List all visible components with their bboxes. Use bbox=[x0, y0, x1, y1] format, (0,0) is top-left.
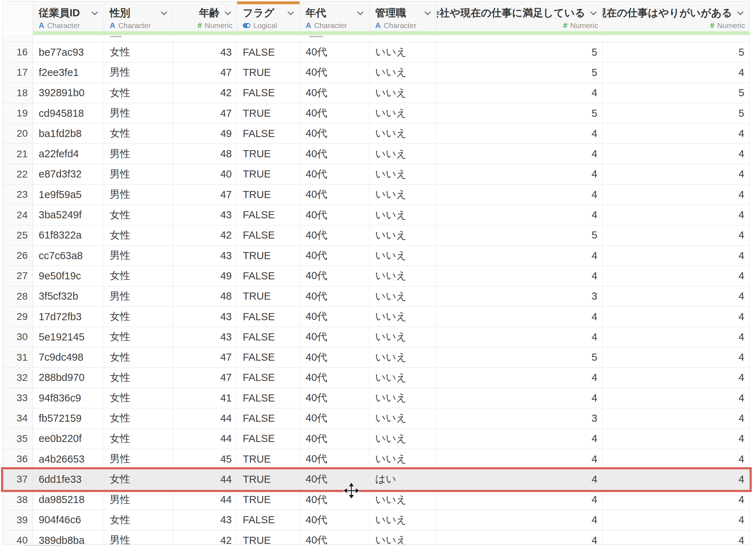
chevron-down-icon[interactable] bbox=[356, 10, 365, 16]
cell-rewarding[interactable]: 4 bbox=[603, 246, 750, 266]
cell-era[interactable]: 40代 bbox=[300, 62, 369, 82]
cell-manager[interactable]: いいえ bbox=[369, 185, 437, 204]
cell-flag[interactable]: FALSE bbox=[237, 83, 300, 103]
cell-era[interactable]: 40代 bbox=[300, 205, 369, 225]
cell-era[interactable]: 40代 bbox=[300, 347, 369, 367]
column-header-era[interactable]: 年代 A Character bbox=[300, 1, 369, 31]
cell-satisfaction[interactable]: 4 bbox=[437, 368, 603, 388]
table-row[interactable]: 38 da985218 男性 44 TRUE 40代 いいえ 4 4 bbox=[3, 490, 750, 510]
cell-era[interactable]: 40代 bbox=[300, 388, 369, 408]
cell-satisfaction[interactable]: 5 bbox=[437, 225, 603, 245]
cell-flag[interactable]: FALSE bbox=[237, 266, 300, 286]
column-header-gender[interactable]: 性別 A Character bbox=[104, 1, 173, 31]
cell-gender[interactable]: 男性 bbox=[104, 144, 173, 164]
cell-manager[interactable]: いいえ bbox=[369, 205, 437, 225]
cell-rewarding[interactable]: 4 bbox=[603, 124, 750, 143]
cell-satisfaction[interactable]: 4 bbox=[437, 266, 603, 286]
column-header-rewarding[interactable]: 現在の仕事はやりがいがある # Numeric bbox=[603, 1, 750, 31]
cell-satisfaction[interactable]: 4 bbox=[437, 164, 603, 184]
cell-era[interactable]: 40代 bbox=[300, 368, 369, 388]
cell-age[interactable]: 42 bbox=[173, 530, 237, 546]
cell-satisfaction[interactable]: 4 bbox=[437, 388, 603, 408]
cell-rewarding[interactable]: 4 bbox=[603, 225, 750, 245]
cell-age[interactable]: 43 bbox=[173, 327, 237, 347]
cell-manager[interactable]: いいえ bbox=[369, 327, 437, 347]
cell-rewarding[interactable]: 4 bbox=[603, 388, 750, 408]
table-row[interactable]: 17 f2ee3fe1 男性 47 TRUE 40代 いいえ 5 4 bbox=[3, 62, 750, 83]
cell-manager[interactable]: いいえ bbox=[369, 42, 437, 62]
cell-age[interactable]: 47 bbox=[173, 62, 237, 82]
cell-flag[interactable]: FALSE bbox=[237, 368, 300, 388]
cell-era[interactable]: 40代 bbox=[300, 103, 369, 123]
cell-flag[interactable]: FALSE bbox=[237, 124, 300, 143]
cell-employee-id[interactable]: f2ee3fe1 bbox=[33, 62, 104, 82]
cell-gender[interactable]: 女性 bbox=[104, 266, 173, 286]
horizontal-scrollbar[interactable] bbox=[3, 544, 750, 546]
cell-employee-id[interactable]: 9e50f19c bbox=[33, 266, 104, 286]
cell-employee-id[interactable]: da985218 bbox=[33, 490, 104, 510]
column-header-employee-id[interactable]: 従業員ID A Character bbox=[33, 1, 104, 31]
cell-satisfaction[interactable]: 4 bbox=[437, 510, 603, 530]
cell-rewarding[interactable]: 4 bbox=[603, 205, 750, 225]
cell-flag[interactable]: FALSE bbox=[237, 205, 300, 225]
cell-age[interactable]: 40 bbox=[173, 164, 237, 184]
cell-era[interactable]: 40代 bbox=[300, 530, 369, 546]
cell-manager[interactable]: いいえ bbox=[369, 225, 437, 245]
cell-flag[interactable]: TRUE bbox=[237, 449, 300, 469]
cell-rewarding[interactable]: 4 bbox=[603, 510, 750, 530]
cell-gender[interactable]: 女性 bbox=[104, 205, 173, 225]
cell-rewarding[interactable]: 4 bbox=[603, 286, 750, 306]
table-row[interactable]: 26 cc7c63a8 男性 43 TRUE 40代 いいえ 4 4 bbox=[3, 246, 750, 266]
cell-age[interactable]: 43 bbox=[173, 307, 237, 327]
cell-era[interactable]: 40代 bbox=[300, 83, 369, 103]
cell-satisfaction[interactable]: 4 bbox=[437, 124, 603, 143]
cell-gender[interactable]: 男性 bbox=[104, 62, 173, 82]
cell-manager[interactable]: いいえ bbox=[369, 347, 437, 367]
table-row[interactable]: 24 3ba5249f 女性 43 FALSE 40代 いいえ 4 4 bbox=[3, 205, 750, 225]
cell-age[interactable]: 42 bbox=[173, 225, 237, 245]
cell-era[interactable]: 40代 bbox=[300, 307, 369, 327]
table-row[interactable]: 22 e87d3f32 男性 40 TRUE 40代 いいえ 4 4 bbox=[3, 164, 750, 185]
cell-manager[interactable]: いいえ bbox=[369, 164, 437, 184]
cell-flag[interactable]: FALSE bbox=[237, 327, 300, 347]
cell-satisfaction[interactable]: 3 bbox=[437, 408, 603, 428]
cell-rewarding[interactable]: 4 bbox=[603, 469, 750, 489]
cell-age[interactable]: 43 bbox=[173, 246, 237, 266]
table-row[interactable]: 37 6dd1fe33 女性 44 TRUE 40代 はい 4 4 bbox=[3, 469, 750, 490]
cell-flag[interactable]: FALSE bbox=[237, 225, 300, 245]
cell-employee-id[interactable]: 389db8ba bbox=[33, 530, 104, 546]
cell-employee-id[interactable]: cc7c63a8 bbox=[33, 246, 104, 266]
cell-satisfaction[interactable]: 4 bbox=[437, 205, 603, 225]
cell-age[interactable]: 44 bbox=[173, 429, 237, 449]
cell-era[interactable]: 40代 bbox=[300, 185, 369, 204]
cell-manager[interactable]: いいえ bbox=[369, 266, 437, 286]
cell-gender[interactable]: 男性 bbox=[104, 185, 173, 204]
cell-flag[interactable]: TRUE bbox=[237, 286, 300, 306]
cell-employee-id[interactable]: 7c9dc498 bbox=[33, 347, 104, 367]
cell-era[interactable]: 40代 bbox=[300, 429, 369, 449]
table-row[interactable]: 33 94f836c9 女性 41 FALSE 40代 いいえ 4 4 bbox=[3, 388, 750, 408]
cell-satisfaction[interactable]: 4 bbox=[437, 469, 603, 489]
cell-employee-id[interactable]: be77ac93 bbox=[33, 42, 104, 62]
cell-age[interactable]: 47 bbox=[173, 103, 237, 123]
cell-era[interactable]: 40代 bbox=[300, 510, 369, 530]
cell-gender[interactable]: 女性 bbox=[104, 347, 173, 367]
cell-employee-id[interactable]: ee0b220f bbox=[33, 429, 104, 449]
cell-manager[interactable]: いいえ bbox=[369, 286, 437, 306]
column-header-satisfaction[interactable]: 会社や現在の仕事に満足している # Numeric bbox=[437, 1, 603, 31]
cell-employee-id[interactable]: a22fefd4 bbox=[33, 144, 104, 164]
cell-employee-id[interactable]: ba1fd2b8 bbox=[33, 124, 104, 143]
cell-flag[interactable]: TRUE bbox=[237, 469, 300, 489]
cell-rewarding[interactable]: 4 bbox=[603, 368, 750, 388]
cell-flag[interactable]: FALSE bbox=[237, 307, 300, 327]
cell-employee-id[interactable]: e87d3f32 bbox=[33, 164, 104, 184]
cell-rewarding[interactable]: 4 bbox=[603, 266, 750, 286]
cell-manager[interactable]: いいえ bbox=[369, 103, 437, 123]
table-row[interactable]: 20 ba1fd2b8 女性 49 FALSE 40代 いいえ 4 4 bbox=[3, 124, 750, 144]
cell-rewarding[interactable]: 4 bbox=[603, 530, 750, 546]
table-row[interactable]: 39 904f46c6 女性 43 FALSE 40代 いいえ 4 4 bbox=[3, 510, 750, 530]
table-row[interactable]: 29 17d72fb3 女性 43 FALSE 40代 いいえ 4 4 bbox=[3, 307, 750, 327]
cell-satisfaction[interactable]: 4 bbox=[437, 185, 603, 204]
table-row[interactable]: 16 be77ac93 女性 43 FALSE 40代 いいえ 5 5 bbox=[3, 42, 750, 62]
cell-satisfaction[interactable]: 4 bbox=[437, 144, 603, 164]
